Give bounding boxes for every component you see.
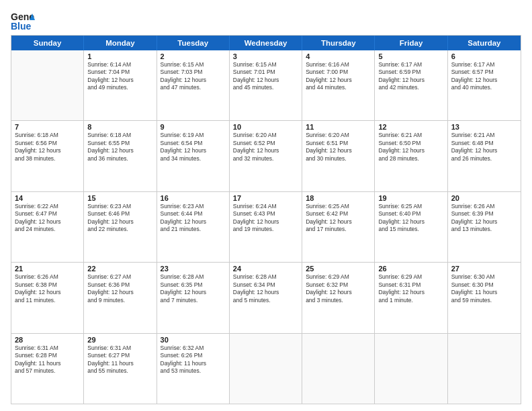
day-number: 26 (378, 265, 443, 273)
day-info: Sunrise: 6:17 AM Sunset: 6:59 PM Dayligh… (378, 61, 443, 92)
calendar-cell (11, 50, 84, 120)
day-number: 5 (378, 52, 443, 60)
calendar-cell: 1Sunrise: 6:14 AM Sunset: 7:04 PM Daylig… (84, 50, 157, 120)
calendar-cell: 8Sunrise: 6:18 AM Sunset: 6:55 PM Daylig… (84, 121, 157, 191)
day-number: 12 (378, 123, 443, 131)
weekday-header-tuesday: Tuesday (157, 36, 230, 50)
day-info: Sunrise: 6:18 AM Sunset: 6:56 PM Dayligh… (15, 132, 80, 163)
day-number: 29 (87, 336, 152, 344)
svg-text:Blue: Blue (11, 21, 32, 32)
day-info: Sunrise: 6:28 AM Sunset: 6:34 PM Dayligh… (233, 273, 298, 304)
calendar-cell: 16Sunrise: 6:23 AM Sunset: 6:44 PM Dayli… (157, 192, 230, 262)
weekday-header-monday: Monday (84, 36, 157, 50)
day-info: Sunrise: 6:16 AM Sunset: 7:00 PM Dayligh… (306, 61, 371, 92)
calendar-cell: 23Sunrise: 6:28 AM Sunset: 6:35 PM Dayli… (157, 263, 230, 332)
calendar-cell: 7Sunrise: 6:18 AM Sunset: 6:56 PM Daylig… (11, 121, 84, 191)
day-number: 13 (451, 123, 517, 131)
day-info: Sunrise: 6:26 AM Sunset: 6:39 PM Dayligh… (451, 203, 517, 234)
day-info: Sunrise: 6:18 AM Sunset: 6:55 PM Dayligh… (87, 132, 152, 163)
day-number: 27 (451, 265, 517, 273)
logo: General Blue (11, 11, 35, 32)
weekday-header-saturday: Saturday (448, 36, 521, 50)
calendar-header: SundayMondayTuesdayWednesdayThursdayFrid… (11, 36, 521, 50)
calendar-cell: 5Sunrise: 6:17 AM Sunset: 6:59 PM Daylig… (375, 50, 447, 120)
day-number: 21 (15, 265, 80, 273)
calendar-cell: 25Sunrise: 6:29 AM Sunset: 6:32 PM Dayli… (302, 263, 375, 332)
day-info: Sunrise: 6:32 AM Sunset: 6:26 PM Dayligh… (161, 345, 226, 375)
calendar-cell: 9Sunrise: 6:19 AM Sunset: 6:54 PM Daylig… (157, 121, 230, 191)
day-number: 2 (161, 52, 226, 60)
day-info: Sunrise: 6:25 AM Sunset: 6:40 PM Dayligh… (378, 203, 443, 234)
calendar-cell: 17Sunrise: 6:24 AM Sunset: 6:43 PM Dayli… (230, 192, 302, 262)
page-header: General Blue (11, 8, 521, 32)
calendar-cell: 14Sunrise: 6:22 AM Sunset: 6:47 PM Dayli… (11, 192, 84, 262)
day-info: Sunrise: 6:26 AM Sunset: 6:38 PM Dayligh… (15, 273, 80, 304)
calendar-cell: 27Sunrise: 6:30 AM Sunset: 6:30 PM Dayli… (448, 263, 521, 332)
calendar-row-2: 7Sunrise: 6:18 AM Sunset: 6:56 PM Daylig… (11, 121, 521, 191)
calendar-cell: 12Sunrise: 6:21 AM Sunset: 6:50 PM Dayli… (375, 121, 447, 191)
calendar-cell: 28Sunrise: 6:31 AM Sunset: 6:28 PM Dayli… (11, 334, 84, 404)
calendar-cell (230, 334, 302, 404)
day-number: 25 (306, 265, 371, 273)
day-number: 7 (15, 123, 80, 131)
calendar-row-1: 1Sunrise: 6:14 AM Sunset: 7:04 PM Daylig… (11, 50, 521, 121)
day-info: Sunrise: 6:23 AM Sunset: 6:46 PM Dayligh… (87, 203, 152, 234)
calendar-cell: 13Sunrise: 6:21 AM Sunset: 6:48 PM Dayli… (448, 121, 521, 191)
day-number: 28 (15, 336, 80, 344)
calendar-cell (375, 334, 447, 404)
day-number: 6 (451, 52, 517, 60)
day-info: Sunrise: 6:15 AM Sunset: 7:01 PM Dayligh… (233, 61, 298, 92)
day-info: Sunrise: 6:25 AM Sunset: 6:42 PM Dayligh… (306, 203, 371, 234)
calendar-cell: 2Sunrise: 6:15 AM Sunset: 7:03 PM Daylig… (157, 50, 230, 120)
calendar-row-3: 14Sunrise: 6:22 AM Sunset: 6:47 PM Dayli… (11, 192, 521, 263)
day-number: 3 (233, 52, 298, 60)
day-info: Sunrise: 6:30 AM Sunset: 6:30 PM Dayligh… (451, 273, 517, 304)
calendar-cell: 3Sunrise: 6:15 AM Sunset: 7:01 PM Daylig… (230, 50, 302, 120)
calendar-cell: 19Sunrise: 6:25 AM Sunset: 6:40 PM Dayli… (375, 192, 447, 262)
day-info: Sunrise: 6:21 AM Sunset: 6:50 PM Dayligh… (378, 132, 443, 163)
day-info: Sunrise: 6:19 AM Sunset: 6:54 PM Dayligh… (161, 132, 226, 163)
weekday-header-wednesday: Wednesday (230, 36, 302, 50)
day-info: Sunrise: 6:20 AM Sunset: 6:51 PM Dayligh… (306, 132, 371, 163)
day-info: Sunrise: 6:14 AM Sunset: 7:04 PM Dayligh… (87, 61, 152, 92)
calendar-cell: 4Sunrise: 6:16 AM Sunset: 7:00 PM Daylig… (302, 50, 375, 120)
day-info: Sunrise: 6:31 AM Sunset: 6:28 PM Dayligh… (15, 345, 80, 375)
calendar-cell: 22Sunrise: 6:27 AM Sunset: 6:36 PM Dayli… (84, 263, 157, 332)
day-info: Sunrise: 6:28 AM Sunset: 6:35 PM Dayligh… (161, 273, 226, 304)
day-number: 4 (306, 52, 371, 60)
calendar: SundayMondayTuesdayWednesdayThursdayFrid… (11, 35, 521, 404)
day-number: 19 (378, 194, 443, 202)
logo-svg: General Blue (11, 11, 35, 32)
weekday-header-thursday: Thursday (302, 36, 375, 50)
calendar-cell: 6Sunrise: 6:17 AM Sunset: 6:57 PM Daylig… (448, 50, 521, 120)
day-number: 11 (306, 123, 371, 131)
day-info: Sunrise: 6:15 AM Sunset: 7:03 PM Dayligh… (161, 61, 226, 92)
day-info: Sunrise: 6:20 AM Sunset: 6:52 PM Dayligh… (233, 132, 298, 163)
day-info: Sunrise: 6:24 AM Sunset: 6:43 PM Dayligh… (233, 203, 298, 234)
day-number: 18 (306, 194, 371, 202)
day-number: 14 (15, 194, 80, 202)
day-number: 9 (161, 123, 226, 131)
calendar-cell: 20Sunrise: 6:26 AM Sunset: 6:39 PM Dayli… (448, 192, 521, 262)
day-info: Sunrise: 6:29 AM Sunset: 6:32 PM Dayligh… (306, 273, 371, 304)
day-number: 22 (87, 265, 152, 273)
day-number: 23 (161, 265, 226, 273)
day-number: 20 (451, 194, 517, 202)
day-number: 24 (233, 265, 298, 273)
calendar-cell: 18Sunrise: 6:25 AM Sunset: 6:42 PM Dayli… (302, 192, 375, 262)
day-number: 8 (87, 123, 152, 131)
day-number: 17 (233, 194, 298, 202)
day-info: Sunrise: 6:21 AM Sunset: 6:48 PM Dayligh… (451, 132, 517, 163)
day-info: Sunrise: 6:27 AM Sunset: 6:36 PM Dayligh… (87, 273, 152, 304)
weekday-header-friday: Friday (375, 36, 447, 50)
calendar-cell: 30Sunrise: 6:32 AM Sunset: 6:26 PM Dayli… (157, 334, 230, 404)
weekday-header-sunday: Sunday (11, 36, 84, 50)
calendar-cell: 26Sunrise: 6:29 AM Sunset: 6:31 PM Dayli… (375, 263, 447, 332)
calendar-cell: 29Sunrise: 6:31 AM Sunset: 6:27 PM Dayli… (84, 334, 157, 404)
day-info: Sunrise: 6:22 AM Sunset: 6:47 PM Dayligh… (15, 203, 80, 234)
day-info: Sunrise: 6:31 AM Sunset: 6:27 PM Dayligh… (87, 345, 152, 375)
calendar-cell: 21Sunrise: 6:26 AM Sunset: 6:38 PM Dayli… (11, 263, 84, 332)
calendar-cell: 24Sunrise: 6:28 AM Sunset: 6:34 PM Dayli… (230, 263, 302, 332)
calendar-row-4: 21Sunrise: 6:26 AM Sunset: 6:38 PM Dayli… (11, 263, 521, 333)
calendar-cell: 10Sunrise: 6:20 AM Sunset: 6:52 PM Dayli… (230, 121, 302, 191)
